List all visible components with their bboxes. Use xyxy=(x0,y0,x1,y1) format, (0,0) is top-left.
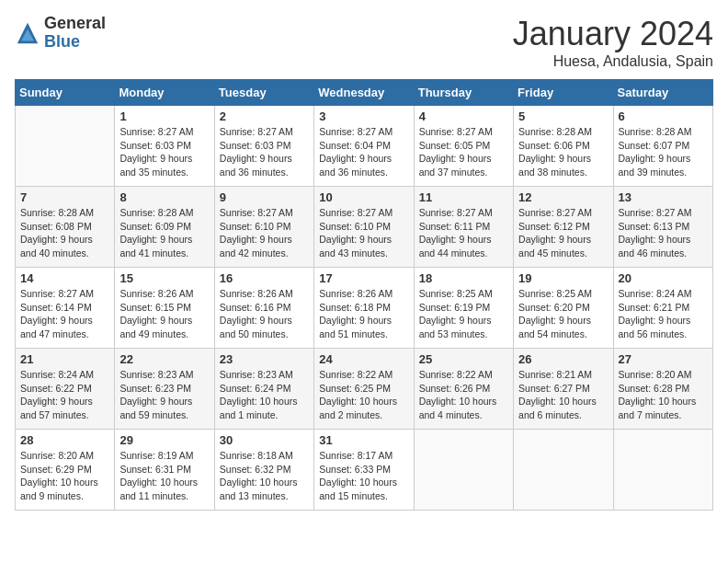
day-info: Sunrise: 8:25 AM Sunset: 6:20 PM Dayligh… xyxy=(518,287,608,341)
day-info: Sunrise: 8:25 AM Sunset: 6:19 PM Dayligh… xyxy=(419,287,508,341)
header-saturday: Saturday xyxy=(613,80,712,106)
day-number: 13 xyxy=(619,190,708,204)
calendar-cell xyxy=(16,106,115,187)
title-section: January 2024 Huesa, Andalusia, Spain xyxy=(513,15,713,70)
logo-icon xyxy=(15,20,40,46)
day-info: Sunrise: 8:27 AM Sunset: 6:11 PM Dayligh… xyxy=(419,206,508,260)
day-info: Sunrise: 8:22 AM Sunset: 6:25 PM Dayligh… xyxy=(319,368,408,422)
calendar-cell: 6Sunrise: 8:28 AM Sunset: 6:07 PM Daylig… xyxy=(613,106,712,187)
calendar-table: SundayMondayTuesdayWednesdayThursdayFrid… xyxy=(15,79,713,511)
day-number: 24 xyxy=(319,352,408,366)
calendar-cell: 23Sunrise: 8:23 AM Sunset: 6:24 PM Dayli… xyxy=(214,349,313,430)
day-info: Sunrise: 8:28 AM Sunset: 6:07 PM Dayligh… xyxy=(619,125,708,179)
calendar-cell: 13Sunrise: 8:27 AM Sunset: 6:13 PM Dayli… xyxy=(613,187,712,268)
day-info: Sunrise: 8:17 AM Sunset: 6:33 PM Dayligh… xyxy=(319,449,408,503)
header-friday: Friday xyxy=(514,80,613,106)
day-number: 23 xyxy=(220,352,309,366)
logo-text: General Blue xyxy=(44,15,106,52)
day-number: 27 xyxy=(619,352,708,366)
calendar-cell xyxy=(414,430,513,511)
calendar-cell: 21Sunrise: 8:24 AM Sunset: 6:22 PM Dayli… xyxy=(16,349,115,430)
week-row-3: 14Sunrise: 8:27 AM Sunset: 6:14 PM Dayli… xyxy=(16,268,713,349)
day-info: Sunrise: 8:27 AM Sunset: 6:13 PM Dayligh… xyxy=(619,206,708,260)
day-number: 2 xyxy=(220,109,309,123)
calendar-cell: 11Sunrise: 8:27 AM Sunset: 6:11 PM Dayli… xyxy=(414,187,513,268)
calendar-cell: 10Sunrise: 8:27 AM Sunset: 6:10 PM Dayli… xyxy=(314,187,414,268)
day-info: Sunrise: 8:28 AM Sunset: 6:09 PM Dayligh… xyxy=(119,206,209,260)
day-info: Sunrise: 8:23 AM Sunset: 6:23 PM Dayligh… xyxy=(119,368,209,422)
day-info: Sunrise: 8:24 AM Sunset: 6:21 PM Dayligh… xyxy=(619,287,708,341)
day-number: 6 xyxy=(619,109,708,123)
day-info: Sunrise: 8:23 AM Sunset: 6:24 PM Dayligh… xyxy=(220,368,309,422)
day-info: Sunrise: 8:20 AM Sunset: 6:29 PM Dayligh… xyxy=(20,449,109,503)
calendar-cell: 3Sunrise: 8:27 AM Sunset: 6:04 PM Daylig… xyxy=(314,106,414,187)
calendar-cell xyxy=(514,430,613,511)
logo-blue: Blue xyxy=(44,33,106,52)
day-info: Sunrise: 8:28 AM Sunset: 6:06 PM Dayligh… xyxy=(518,125,608,179)
calendar-cell: 1Sunrise: 8:27 AM Sunset: 6:03 PM Daylig… xyxy=(115,106,214,187)
day-number: 16 xyxy=(220,271,309,285)
header-monday: Monday xyxy=(115,80,214,106)
week-row-4: 21Sunrise: 8:24 AM Sunset: 6:22 PM Dayli… xyxy=(16,349,713,430)
header-thursday: Thursday xyxy=(414,80,513,106)
day-number: 21 xyxy=(20,352,109,366)
day-info: Sunrise: 8:22 AM Sunset: 6:26 PM Dayligh… xyxy=(419,368,508,422)
calendar-cell: 4Sunrise: 8:27 AM Sunset: 6:05 PM Daylig… xyxy=(414,106,513,187)
day-info: Sunrise: 8:27 AM Sunset: 6:05 PM Dayligh… xyxy=(419,125,508,179)
calendar-cell xyxy=(613,430,712,511)
day-number: 25 xyxy=(419,352,508,366)
day-info: Sunrise: 8:26 AM Sunset: 6:15 PM Dayligh… xyxy=(119,287,209,341)
day-number: 11 xyxy=(419,190,508,204)
day-info: Sunrise: 8:27 AM Sunset: 6:03 PM Dayligh… xyxy=(220,125,309,179)
calendar-cell: 25Sunrise: 8:22 AM Sunset: 6:26 PM Dayli… xyxy=(414,349,513,430)
calendar-cell: 2Sunrise: 8:27 AM Sunset: 6:03 PM Daylig… xyxy=(214,106,313,187)
day-info: Sunrise: 8:18 AM Sunset: 6:32 PM Dayligh… xyxy=(220,449,309,503)
day-info: Sunrise: 8:27 AM Sunset: 6:10 PM Dayligh… xyxy=(220,206,309,260)
header-row: SundayMondayTuesdayWednesdayThursdayFrid… xyxy=(16,80,713,106)
day-info: Sunrise: 8:27 AM Sunset: 6:04 PM Dayligh… xyxy=(319,125,408,179)
calendar-cell: 28Sunrise: 8:20 AM Sunset: 6:29 PM Dayli… xyxy=(16,430,115,511)
day-number: 12 xyxy=(518,190,608,204)
day-info: Sunrise: 8:26 AM Sunset: 6:16 PM Dayligh… xyxy=(220,287,309,341)
calendar-cell: 9Sunrise: 8:27 AM Sunset: 6:10 PM Daylig… xyxy=(214,187,313,268)
day-number: 26 xyxy=(518,352,608,366)
day-info: Sunrise: 8:26 AM Sunset: 6:18 PM Dayligh… xyxy=(319,287,408,341)
day-number: 9 xyxy=(220,190,309,204)
day-number: 31 xyxy=(319,433,408,447)
day-number: 17 xyxy=(319,271,408,285)
week-row-2: 7Sunrise: 8:28 AM Sunset: 6:08 PM Daylig… xyxy=(16,187,713,268)
calendar-cell: 16Sunrise: 8:26 AM Sunset: 6:16 PM Dayli… xyxy=(214,268,313,349)
day-info: Sunrise: 8:27 AM Sunset: 6:03 PM Dayligh… xyxy=(119,125,209,179)
day-number: 14 xyxy=(20,271,109,285)
calendar-cell: 7Sunrise: 8:28 AM Sunset: 6:08 PM Daylig… xyxy=(16,187,115,268)
day-number: 20 xyxy=(619,271,708,285)
day-number: 29 xyxy=(119,433,209,447)
header-sunday: Sunday xyxy=(16,80,115,106)
day-info: Sunrise: 8:27 AM Sunset: 6:10 PM Dayligh… xyxy=(319,206,408,260)
day-number: 3 xyxy=(319,109,408,123)
day-number: 22 xyxy=(119,352,209,366)
calendar-cell: 5Sunrise: 8:28 AM Sunset: 6:06 PM Daylig… xyxy=(514,106,613,187)
calendar-cell: 12Sunrise: 8:27 AM Sunset: 6:12 PM Dayli… xyxy=(514,187,613,268)
day-number: 18 xyxy=(419,271,508,285)
day-info: Sunrise: 8:27 AM Sunset: 6:14 PM Dayligh… xyxy=(20,287,109,341)
month-title: January 2024 xyxy=(513,15,713,53)
calendar-cell: 24Sunrise: 8:22 AM Sunset: 6:25 PM Dayli… xyxy=(314,349,414,430)
day-number: 8 xyxy=(119,190,209,204)
header-tuesday: Tuesday xyxy=(214,80,313,106)
calendar-cell: 22Sunrise: 8:23 AM Sunset: 6:23 PM Dayli… xyxy=(115,349,214,430)
calendar-cell: 26Sunrise: 8:21 AM Sunset: 6:27 PM Dayli… xyxy=(514,349,613,430)
week-row-1: 1Sunrise: 8:27 AM Sunset: 6:03 PM Daylig… xyxy=(16,106,713,187)
day-number: 5 xyxy=(518,109,608,123)
logo-general: General xyxy=(44,15,106,33)
calendar-cell: 29Sunrise: 8:19 AM Sunset: 6:31 PM Dayli… xyxy=(115,430,214,511)
day-info: Sunrise: 8:28 AM Sunset: 6:08 PM Dayligh… xyxy=(20,206,109,260)
day-number: 19 xyxy=(518,271,608,285)
calendar-cell: 17Sunrise: 8:26 AM Sunset: 6:18 PM Dayli… xyxy=(314,268,414,349)
day-number: 4 xyxy=(419,109,508,123)
day-number: 30 xyxy=(220,433,309,447)
day-info: Sunrise: 8:20 AM Sunset: 6:28 PM Dayligh… xyxy=(619,368,708,422)
calendar-cell: 30Sunrise: 8:18 AM Sunset: 6:32 PM Dayli… xyxy=(214,430,313,511)
day-number: 1 xyxy=(119,109,209,123)
location-subtitle: Huesa, Andalusia, Spain xyxy=(513,53,713,70)
